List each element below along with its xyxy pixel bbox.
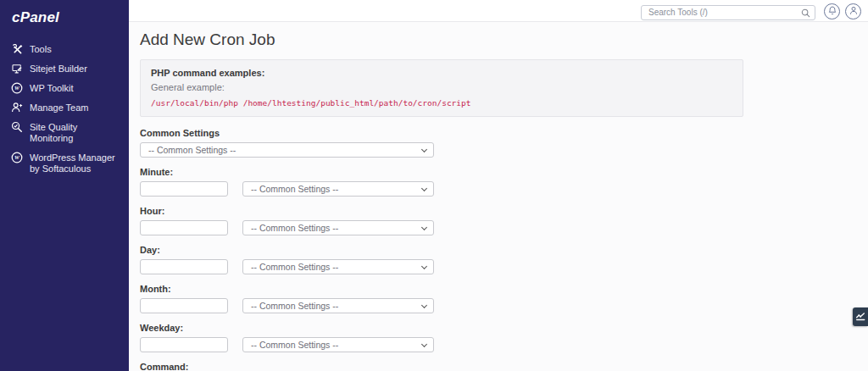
day-select[interactable]: -- Common Settings -- [242,259,434,274]
sidebar-item-wordpress-manager[interactable]: W WordPress Manager by Softaculous [0,148,129,179]
common-settings-label: Common Settings [140,128,868,138]
weekday-select[interactable]: -- Common Settings -- [242,337,434,352]
select-value: -- Common Settings -- [251,340,338,350]
day-label: Day: [140,245,868,255]
select-value: -- Common Settings -- [251,301,338,311]
bell-icon [828,3,837,19]
sidebar-item-label: WordPress Manager by Softaculous [30,152,120,174]
php-examples-box: PHP command examples: General example: /… [140,59,743,117]
month-select[interactable]: -- Common Settings -- [242,298,434,313]
sidebar-item-label: Tools [30,44,52,55]
sidebar-item-label: Site Quality Monitoring [30,122,120,144]
examples-subheading: General example: [151,82,732,92]
example-command-code: /usr/local/bin/php /home/lhtesting/publi… [151,98,732,108]
top-header [129,0,868,22]
month-input[interactable] [140,298,228,313]
select-value: -- Common Settings -- [148,145,236,155]
user-icon [849,3,858,19]
line-chart-icon [855,309,865,324]
chevron-down-icon [421,186,427,191]
cpanel-logo[interactable]: cPanel [0,0,129,31]
chevron-down-icon [421,341,427,347]
sidebar: cPanel Tools Sitejet Builde [0,0,129,371]
sidebar-item-label: WP Toolkit [30,83,74,94]
examples-heading: PHP command examples: [151,68,732,78]
site-quality-monitoring-icon [11,121,23,133]
minute-select[interactable]: -- Common Settings -- [242,181,434,197]
page-title: Add New Cron Job [140,30,868,49]
select-value: -- Common Settings -- [251,262,338,272]
chevron-down-icon [421,302,427,308]
weekday-label: Weekday: [140,323,868,333]
wordpress-icon: W [11,82,23,94]
sidebar-item-site-quality-monitoring[interactable]: Site Quality Monitoring [0,118,129,148]
analytics-feedback-tab[interactable] [853,307,868,326]
hour-select[interactable]: -- Common Settings -- [242,220,434,235]
search-icon [801,6,810,21]
month-label: Month: [140,284,868,294]
sidebar-nav: Tools Sitejet Builder W WP Toolkit [0,40,129,179]
notifications-button[interactable] [824,3,840,19]
day-input[interactable] [140,259,228,274]
hour-input[interactable] [140,220,228,235]
weekday-input[interactable] [140,337,228,352]
chevron-down-icon [421,224,427,230]
sidebar-item-tools[interactable]: Tools [0,40,129,59]
manage-team-icon [11,102,23,114]
sidebar-item-manage-team[interactable]: Manage Team [0,98,129,118]
command-label: Command: [140,362,868,371]
chevron-down-icon [421,263,427,269]
common-settings-select[interactable]: -- Common Settings -- [140,142,434,158]
minute-label: Minute: [140,167,868,177]
main-content: Add New Cron Job PHP command examples: G… [129,22,868,371]
sidebar-item-label: Manage Team [30,102,89,114]
sidebar-item-label: Sitejet Builder [30,64,87,75]
select-value: -- Common Settings -- [251,223,338,233]
user-account-button[interactable] [845,3,861,19]
add-cron-job-form: Common Settings -- Common Settings -- Mi… [140,128,868,371]
hour-label: Hour: [140,206,868,216]
select-value: -- Common Settings -- [251,184,338,194]
search-input[interactable] [641,5,815,20]
search-container [641,3,815,19]
minute-input[interactable] [140,181,228,197]
chevron-down-icon [421,147,427,152]
wordpress-icon: W [11,152,23,163]
tools-icon [11,43,23,55]
svg-text:W: W [14,85,20,91]
svg-text:W: W [14,154,20,160]
sidebar-item-sitejet-builder[interactable]: Sitejet Builder [0,59,129,79]
sitejet-builder-icon [11,63,23,75]
sidebar-item-wp-toolkit[interactable]: W WP Toolkit [0,79,129,98]
